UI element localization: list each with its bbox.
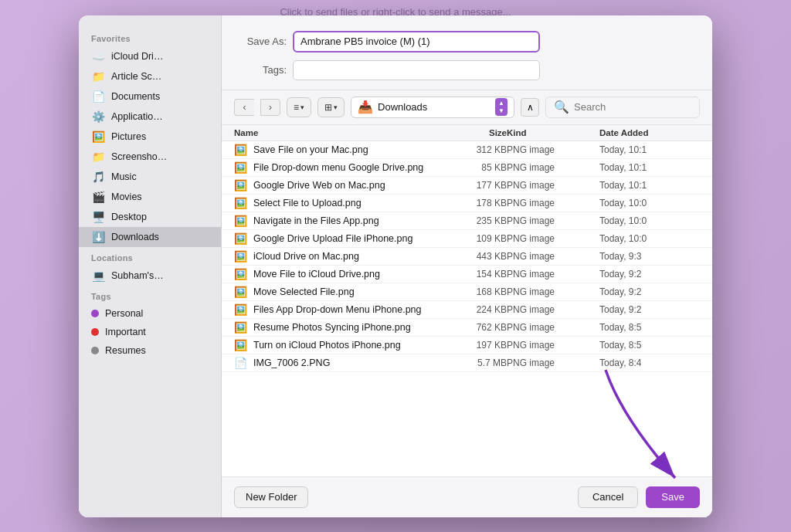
sidebar-item-pictures[interactable]: 🖼️ Pictures (79, 127, 221, 147)
file-icon: 🖼️ (234, 286, 247, 298)
sidebar: Favorites ☁️ iCloud Dri… 📁 Article Sc… 📄… (79, 15, 222, 517)
sidebar-item-label: iCloud Dri… (111, 51, 163, 62)
sidebar-item-label: Article Sc… (111, 71, 161, 82)
save-as-label: Save As: (240, 36, 287, 47)
sidebar-item-tag-personal[interactable]: Personal (79, 304, 221, 323)
file-icon: 🖼️ (234, 197, 247, 209)
list-view-icon: ≡ (294, 102, 299, 113)
file-icon: 🖼️ (234, 339, 247, 351)
file-row[interactable]: 📄IMG_7006 2.PNG 5.7 MB PNG image Today, … (222, 354, 712, 372)
file-icon: 🖼️ (234, 250, 247, 263)
sidebar-item-label: Screensho… (111, 151, 167, 162)
col-kind-header[interactable]: Kind (507, 128, 599, 137)
toolbar-row: ‹ › ≡ ▾ ⊞ ▾ 📥 Downloads ▲ ▼ ∧ (222, 90, 712, 125)
file-row[interactable]: 🖼️Move File to iCloud Drive.png 154 KB P… (222, 266, 712, 283)
file-list: Name Size Kind Date Added 🖼️Save File on… (222, 125, 712, 476)
file-row[interactable]: 🖼️Google Drive Web on Mac.png 177 KB PNG… (222, 177, 712, 195)
location-arrows: ▲ ▼ (495, 98, 508, 116)
new-folder-button[interactable]: New Folder (234, 486, 308, 508)
tags-label: Tags: (240, 64, 287, 76)
tag-label: Personal (105, 308, 143, 319)
grid-view-chevron: ▾ (334, 103, 338, 111)
music-icon: 🎵 (91, 171, 105, 183)
sidebar-item-label: Pictures (111, 131, 146, 142)
list-view-chevron: ▾ (300, 103, 304, 111)
file-icon: 🖼️ (234, 321, 247, 334)
sidebar-item-article[interactable]: 📁 Article Sc… (79, 66, 221, 86)
file-row[interactable]: 🖼️Save File on your Mac.png 312 KB PNG i… (222, 141, 712, 159)
col-name-header[interactable]: Name (234, 128, 437, 137)
sidebar-item-screenshots[interactable]: 📁 Screensho… (79, 147, 221, 167)
sidebar-item-label: Desktop (111, 212, 147, 222)
document-icon: 📄 (91, 90, 105, 103)
sidebar-item-movies[interactable]: 🎬 Movies (79, 187, 221, 207)
favorites-label: Favorites (79, 28, 221, 46)
file-icon: 🖼️ (234, 215, 247, 227)
computer-icon: 💻 (91, 269, 105, 282)
tag-label: Important (105, 327, 146, 337)
grid-view-button[interactable]: ⊞ ▾ (317, 97, 345, 117)
file-row[interactable]: 🖼️Navigate in the Files App.png 235 KB P… (222, 212, 712, 230)
file-icon: 🖼️ (234, 144, 247, 156)
sidebar-item-tag-important[interactable]: Important (79, 323, 221, 341)
tags-row: Tags: (240, 60, 694, 80)
location-name: Downloads (378, 101, 491, 113)
file-row[interactable]: 🖼️iCloud Drive on Mac.png 443 KB PNG ima… (222, 248, 712, 266)
save-button[interactable]: Save (646, 486, 700, 508)
forward-button[interactable]: › (260, 99, 280, 116)
col-size-header[interactable]: Size (437, 128, 507, 137)
file-icon: 🖼️ (234, 232, 247, 245)
file-row[interactable]: 🖼️Select File to Upload.png 178 KB PNG i… (222, 195, 712, 212)
location-selector[interactable]: 📥 Downloads ▲ ▼ (351, 97, 514, 118)
file-row[interactable]: 🖼️Files App Drop-down Menu iPhone.png 22… (222, 301, 712, 319)
save-as-row: Save As: (240, 31, 694, 53)
tags-input[interactable] (293, 60, 540, 80)
back-button[interactable]: ‹ (234, 99, 254, 116)
save-as-input[interactable] (293, 31, 540, 53)
screenshot-icon: 📁 (91, 151, 105, 163)
file-list-header: Name Size Kind Date Added (222, 125, 712, 141)
list-view-button[interactable]: ≡ ▾ (287, 97, 311, 117)
col-date-header[interactable]: Date Added (599, 128, 700, 137)
app-icon: ⚙️ (91, 110, 105, 123)
downloads-icon: ⬇️ (91, 231, 105, 243)
bottom-buttons: Cancel Save (578, 486, 700, 508)
sidebar-item-documents[interactable]: 📄 Documents (79, 86, 221, 107)
desktop-icon: 🖥️ (91, 211, 105, 223)
bottom-bar: New Folder Cancel Save (222, 476, 712, 517)
sidebar-item-label: Applicatio… (111, 111, 163, 122)
sidebar-item-icloud[interactable]: ☁️ iCloud Dri… (79, 46, 221, 66)
file-row[interactable]: 🖼️Turn on iCloud Photos iPhone.png 197 K… (222, 337, 712, 354)
save-as-header: Save As: Tags: (222, 15, 712, 90)
folder-icon: 📁 (91, 70, 105, 83)
tags-label: Tags (79, 286, 221, 304)
file-row[interactable]: 🖼️Resume Photos Syncing iPhone.png 762 K… (222, 319, 712, 337)
sidebar-item-desktop[interactable]: 🖥️ Desktop (79, 207, 221, 227)
pictures-icon: 🖼️ (91, 130, 105, 143)
sidebar-item-applications[interactable]: ⚙️ Applicatio… (79, 107, 221, 127)
locations-label: Locations (79, 247, 221, 266)
file-row[interactable]: 🖼️File Drop-down menu Google Drive.png 8… (222, 159, 712, 177)
file-icon: 🖼️ (234, 161, 247, 174)
tag-dot-personal (91, 310, 99, 317)
sidebar-item-music[interactable]: 🎵 Music (79, 167, 221, 187)
cancel-button[interactable]: Cancel (578, 486, 638, 508)
search-input[interactable] (574, 101, 691, 113)
search-icon: 🔍 (554, 100, 569, 114)
file-row[interactable]: 🖼️Move Selected File.png 168 KB PNG imag… (222, 283, 712, 301)
sidebar-item-tag-resumes[interactable]: Resumes (79, 341, 221, 360)
sidebar-item-label: Downloads (111, 232, 159, 242)
file-row[interactable]: 🖼️Google Drive Upload File iPhone.png 10… (222, 230, 712, 248)
sidebar-item-downloads[interactable]: ⬇️ Downloads (79, 227, 221, 247)
sidebar-item-label: Subham's… (111, 270, 164, 281)
grid-view-icon: ⊞ (324, 102, 332, 113)
tag-dot-resumes (91, 347, 99, 354)
expand-button[interactable]: ∧ (521, 98, 539, 117)
file-icon: 📄 (234, 357, 247, 369)
tag-dot-important (91, 328, 99, 336)
file-icon: 🖼️ (234, 268, 247, 280)
sidebar-item-label: Music (111, 171, 137, 182)
sidebar-item-subham[interactable]: 💻 Subham's… (79, 266, 221, 286)
file-icon: 🖼️ (234, 179, 247, 191)
movies-icon: 🎬 (91, 191, 105, 203)
